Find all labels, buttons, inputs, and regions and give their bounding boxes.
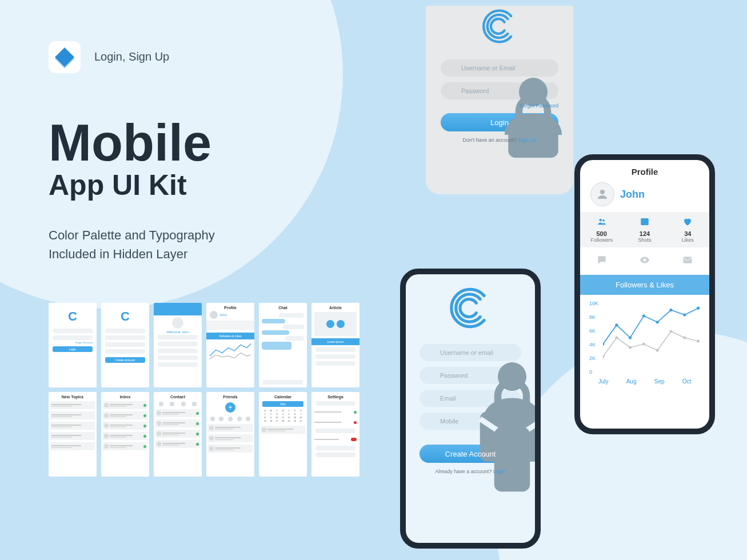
svg-point-11 [642,314,645,317]
heart-icon [666,217,709,229]
svg-point-18 [629,346,632,349]
x-tick: July [598,378,609,385]
stats-bar: 500 Followers 124 Shots 34 Likes [580,212,709,247]
thumb-login-button: Login [53,346,93,352]
page-title: Profile [580,167,709,177]
thumb-title: New Topics [50,395,95,399]
svg-point-12 [656,321,659,323]
profile-name: John [620,189,645,201]
thumb-topics[interactable]: New Topics [49,392,97,477]
thumb-title: Inbox [103,395,147,399]
lock-icon [448,86,457,95]
phone-icon [426,417,436,426]
thumb-settings[interactable]: Settings [311,392,359,477]
thumbnail-grid: C Forget Password Login C Create account… [49,303,359,477]
svg-point-15 [697,307,700,310]
user-icon [426,348,436,357]
thumb-profile-name: John [219,313,227,317]
thumb-friends[interactable]: Friends + [206,392,254,477]
subtitle: Color Palette and Typography Included in… [49,226,215,263]
username-placeholder: Username or Email [461,65,515,71]
password-placeholder: Password [461,87,489,94]
username-placeholder: Username or email [440,349,493,356]
thumb-title: Settings [313,395,358,399]
phone-profile: Profile John 500 Followers 124 Shots 34 … [574,154,715,434]
svg-point-23 [697,339,700,342]
chart-area: 10K 8K 6K 4K 2K 0 July Aug Sep Oct [580,295,709,385]
svg-point-17 [615,336,618,339]
already-text: Already have a account? [435,469,493,474]
svg-point-10 [629,336,632,339]
image-icon [623,217,666,229]
line-chart [603,301,700,375]
hero-line1: Mobile [49,120,211,166]
username-field[interactable]: Username or email [420,344,521,361]
x-tick: Sep [654,378,665,385]
svg-point-22 [683,336,686,339]
hero: Mobile App UI Kit [49,120,211,202]
users-icon [580,217,623,229]
thumb-title: Profile [208,306,253,310]
y-tick: 2K [589,355,598,361]
y-tick: 4K [589,342,598,347]
thumb-contact[interactable]: Contact [154,392,202,477]
stat-value: 500 [580,230,623,237]
thumb-welcome-label: Welcome John [155,330,200,334]
tab-chat[interactable] [580,254,623,268]
tab-bar [580,247,709,275]
thumb-signup[interactable]: C Create account [101,303,149,387]
user-icon [448,63,457,73]
avatar[interactable] [590,182,614,206]
thumb-title: Article [313,306,358,310]
thumb-create-button: Create account [105,357,145,363]
lock-icon [426,371,436,380]
thumb-calendar[interactable]: Calendar Dec SMTWTFS12345678910111213141… [259,392,307,477]
svg-point-19 [642,343,645,346]
subtitle-line1: Color Palette and Typography [49,226,215,245]
thumb-profile[interactable]: Profile John Followers & Likes [206,303,254,387]
signup-link[interactable]: Sign Up [518,137,536,143]
thumb-title: Chat [261,306,305,310]
svg-point-20 [656,349,659,352]
thumb-chat[interactable]: Chat [259,303,307,387]
chart-title-band: Followers & Likes [580,275,709,295]
y-tick: 6K [589,328,598,334]
email-placeholder: Email [440,395,456,402]
thumb-inbox[interactable]: Inbox [101,392,149,477]
svg-point-21 [669,330,672,333]
stat-followers[interactable]: 500 Followers [580,212,623,247]
stat-value: 34 [666,230,709,237]
profile-header: John [580,182,709,212]
subtitle-line2: Included in Hidden Layer [49,245,215,263]
tab-views[interactable] [623,254,666,268]
username-field[interactable]: Username or Email [441,59,558,77]
login-link[interactable]: Login [493,469,506,474]
mobile-placeholder: Mobile [440,418,458,425]
password-placeholder: Password [440,372,468,379]
x-axis: July Aug Sep Oct [589,378,700,385]
diamond-icon [55,47,74,67]
y-tick: 8K [589,314,598,320]
thumb-login[interactable]: C Forget Password Login [49,303,97,387]
thumb-welcome[interactable]: Welcome John [154,303,202,387]
logo-c-icon [479,6,520,47]
stat-value: 124 [623,230,666,237]
stat-shots[interactable]: 124 Shots [623,212,666,247]
stat-label: Followers [580,237,623,243]
phone-signup: Username or email Password Email Mobile … [400,269,541,549]
thumb-title: Calendar [261,395,305,399]
top-label: Login, Sign Up [94,50,169,63]
mail-icon [426,394,436,403]
svg-point-14 [683,314,686,317]
logo-c-icon [446,283,495,333]
app-logo-box [49,41,81,73]
thumb-article[interactable]: Article Lorem Ipsum [311,303,359,387]
stat-label: Likes [666,237,709,243]
thumb-cal-month: Dec [262,401,303,407]
svg-point-9 [615,323,618,326]
tab-mail[interactable] [666,254,709,268]
y-tick: 0 [589,369,598,375]
stat-label: Shots [623,237,666,243]
stat-likes[interactable]: 34 Likes [666,212,709,247]
thumb-title: Friends [208,395,253,399]
